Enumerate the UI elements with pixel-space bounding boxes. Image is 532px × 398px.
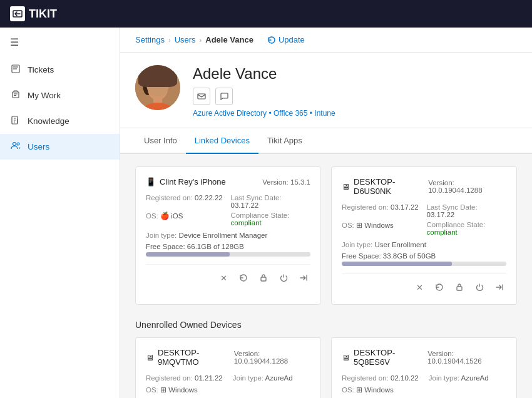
device-sync-button-1[interactable]: [237, 271, 250, 285]
sidebar: ☰ Tickets My Work Knowledge Users: [0, 28, 120, 398]
compliance-label-1: Compliance State: compliant: [231, 212, 311, 227]
progress-bar-bg-1: [146, 252, 310, 257]
device-card-desktop1: 🖥 DESKTOP-D6US0NK Version: 10.0.19044.12…: [331, 166, 517, 305]
device-lock-button-1[interactable]: [257, 271, 270, 285]
device-retire-button-1[interactable]: [297, 271, 310, 285]
device-version-2: Version: 10.0.19044.1288: [428, 179, 506, 194]
registered-label-2: Registered on: 03.17.22: [342, 203, 422, 218]
phone-icon: 📱: [146, 177, 156, 186]
unenrolled-device-version-1: Version: 10.0.19044.1288: [234, 350, 310, 365]
svg-point-8: [13, 143, 16, 146]
unenrolled-device-version-2: Version: 10.0.19044.1526: [427, 350, 506, 365]
desktop-icon-2: 🖥: [146, 353, 154, 362]
unenrolled-details-1: Registered on: 01.21.22 Join type: Azure…: [146, 374, 310, 382]
device-card-unenrolled-2: 🖥 DESKTOP-5Q8ES6V Version: 10.0.19044.15…: [331, 337, 517, 398]
unenrolled-registered-2: Registered on: 02.10.22: [342, 374, 419, 382]
chat-action-button[interactable]: [215, 88, 233, 105]
enrolled-devices-grid: 📱 Clint Rey's iPhone Version: 15.3.1 Reg…: [135, 166, 517, 305]
logo: TIKIT: [10, 6, 57, 21]
content-area: Settings › Users › Adele Vance Update: [120, 28, 532, 398]
device-remove-button-1[interactable]: ✕: [217, 271, 230, 285]
sync-label-2: Last Sync Date: 03.17.22: [427, 203, 507, 218]
device-card-actions-1: ✕: [146, 264, 310, 285]
user-actions: [193, 88, 517, 105]
desktop-icon-1: 🖥: [342, 182, 350, 191]
email-action-button[interactable]: [193, 88, 210, 105]
device-retire-button-2[interactable]: [493, 280, 506, 294]
svg-rect-19: [261, 277, 266, 281]
sidebar-item-tickets[interactable]: Tickets: [0, 57, 120, 83]
unenrolled-registered-1: Registered on: 01.21.22: [146, 374, 223, 382]
sidebar-label-users: Users: [28, 142, 49, 151]
join-type-2: Join type: User Enrollment: [342, 241, 506, 248]
device-name-1: 📱 Clint Rey's iPhone: [146, 177, 226, 186]
device-card-iphone: 📱 Clint Rey's iPhone Version: 15.3.1 Reg…: [135, 166, 321, 305]
device-card-header-1: 📱 Clint Rey's iPhone Version: 15.3.1: [146, 177, 310, 186]
unenrolled-devices-grid: 🖥 DESKTOP-9MQVTMO Version: 10.0.19044.12…: [135, 337, 517, 398]
device-details-1: Registered on: 02.22.22 Last Sync Date: …: [146, 194, 310, 227]
device-details-2: Registered on: 03.17.22 Last Sync Date: …: [342, 203, 506, 236]
svg-point-11: [145, 69, 170, 86]
free-space-label-2: Free Space: 33.8GB of 50GB: [342, 252, 506, 260]
device-card-unenrolled-1: 🖥 DESKTOP-9MQVTMO Version: 10.0.19044.12…: [135, 337, 321, 398]
logo-icon: [10, 6, 25, 21]
sync-label-1: Last Sync Date: 03.17.22: [231, 194, 311, 209]
user-info-block: Adele Vance Azure Active Directory • Off…: [193, 65, 517, 118]
device-power-button-1[interactable]: [277, 271, 290, 285]
svg-rect-18: [198, 94, 205, 99]
sidebar-menu-icon[interactable]: ☰: [0, 28, 120, 57]
device-power-button-2[interactable]: [473, 280, 486, 294]
device-name-2: 🖥 DESKTOP-D6US0NK: [342, 177, 428, 196]
svg-point-12: [143, 75, 153, 95]
knowledge-icon: [10, 115, 21, 127]
sidebar-label-knowledge: Knowledge: [28, 116, 69, 126]
tab-linked-devices[interactable]: Linked Devices: [186, 128, 258, 154]
unenrolled-device-name-1: 🖥 DESKTOP-9MQVTMO: [146, 348, 234, 367]
svg-point-15: [160, 85, 163, 88]
breadcrumb-current: Adele Vance: [205, 35, 253, 44]
device-card-header-2: 🖥 DESKTOP-D6US0NK Version: 10.0.19044.12…: [342, 177, 506, 196]
svg-point-13: [148, 78, 168, 100]
device-lock-button-2[interactable]: [453, 280, 466, 294]
compliance-label-2: Compliance State: compliant: [427, 221, 507, 236]
sidebar-label-tickets: Tickets: [28, 65, 54, 74]
progress-bar-fill-2: [342, 262, 452, 266]
sidebar-label-mywork: My Work: [28, 91, 61, 100]
unenrolled-card-header-2: 🖥 DESKTOP-5Q8ES6V Version: 10.0.19044.15…: [342, 348, 506, 367]
free-space-1: Free Space: 66.1GB of 128GB: [146, 243, 310, 257]
tab-tikit-apps[interactable]: Tikit Apps: [258, 128, 311, 154]
tabs-bar: User Info Linked Devices Tikit Apps: [120, 128, 532, 154]
update-button[interactable]: Update: [267, 35, 305, 44]
breadcrumb-sep2: ›: [200, 36, 202, 44]
unenrolled-join-2: Join type: AzureAd: [429, 374, 489, 382]
unenrolled-device-name-2: 🖥 DESKTOP-5Q8ES6V: [342, 348, 427, 367]
avatar: [135, 65, 180, 110]
sidebar-item-users[interactable]: Users: [0, 134, 120, 160]
sidebar-item-mywork[interactable]: My Work: [0, 83, 120, 108]
avatar-image: [135, 65, 180, 110]
os-label-2: OS: ⊞ Windows: [342, 221, 422, 236]
svg-point-14: [153, 85, 155, 88]
tab-user-info[interactable]: User Info: [135, 128, 186, 154]
progress-bar-fill-1: [146, 252, 230, 257]
topbar: TIKIT: [0, 0, 532, 28]
device-sync-button-2[interactable]: [432, 280, 446, 294]
sidebar-item-knowledge[interactable]: Knowledge: [0, 108, 120, 134]
unenrolled-join-1: Join type: AzureAd: [233, 374, 293, 382]
main-layout: ☰ Tickets My Work Knowledge Users: [0, 28, 532, 398]
breadcrumb-bar: Settings › Users › Adele Vance Update: [120, 28, 532, 53]
breadcrumb-settings[interactable]: Settings: [135, 35, 165, 44]
desktop-icon-3: 🖥: [342, 353, 350, 362]
svg-point-9: [17, 143, 19, 145]
os-label-1: OS: 🍎 iOS: [146, 212, 226, 227]
free-space-label-1: Free Space: 66.1GB of 128GB: [146, 243, 310, 250]
user-sources: Azure Active Directory • Office 365 • In…: [193, 109, 517, 118]
registered-label-1: Registered on: 02.22.22: [146, 194, 226, 209]
update-icon: [267, 36, 276, 44]
tickets-icon: [10, 64, 21, 76]
breadcrumb-users[interactable]: Users: [175, 35, 196, 44]
device-remove-button-2[interactable]: ✕: [412, 280, 426, 294]
device-version-1: Version: 15.3.1: [262, 178, 310, 186]
user-header: Adele Vance Azure Active Directory • Off…: [120, 53, 532, 128]
svg-rect-20: [457, 287, 462, 290]
